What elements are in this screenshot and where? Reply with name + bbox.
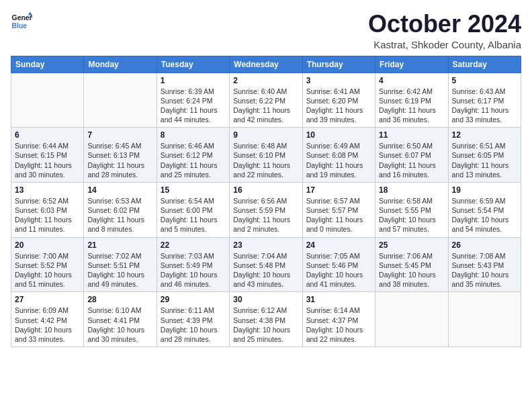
day-info: Sunrise: 6:45 AM Sunset: 6:13 PM Dayligh…	[87, 141, 152, 179]
day-number: 12	[452, 130, 517, 140]
day-number: 30	[233, 295, 298, 304]
day-info: Sunrise: 6:51 AM Sunset: 6:05 PM Dayligh…	[452, 141, 517, 179]
day-number: 1	[161, 76, 226, 85]
day-number: 2	[233, 76, 298, 85]
calendar-cell: 12Sunrise: 6:51 AM Sunset: 6:05 PM Dayli…	[448, 128, 521, 183]
calendar-cell	[375, 292, 448, 347]
day-number: 24	[306, 240, 371, 250]
calendar-cell: 15Sunrise: 6:54 AM Sunset: 6:00 PM Dayli…	[157, 182, 229, 237]
calendar-cell: 20Sunrise: 7:00 AM Sunset: 5:52 PM Dayli…	[11, 237, 84, 292]
day-number: 21	[87, 240, 152, 250]
day-info: Sunrise: 6:43 AM Sunset: 6:17 PM Dayligh…	[452, 87, 517, 125]
calendar-cell: 10Sunrise: 6:49 AM Sunset: 6:08 PM Dayli…	[302, 128, 375, 183]
logo: General Blue General Blue	[11, 11, 32, 32]
day-number: 19	[452, 185, 517, 195]
weekday-header-saturday: Saturday	[448, 56, 521, 73]
calendar-cell: 29Sunrise: 6:11 AM Sunset: 4:39 PM Dayli…	[157, 292, 229, 347]
day-info: Sunrise: 7:03 AM Sunset: 5:49 PM Dayligh…	[161, 251, 226, 289]
weekday-header-monday: Monday	[84, 56, 157, 73]
calendar-cell: 28Sunrise: 6:10 AM Sunset: 4:41 PM Dayli…	[84, 292, 157, 347]
calendar-cell: 17Sunrise: 6:57 AM Sunset: 5:57 PM Dayli…	[302, 182, 375, 237]
day-number: 5	[452, 76, 517, 85]
day-info: Sunrise: 6:39 AM Sunset: 6:24 PM Dayligh…	[161, 87, 226, 125]
calendar-cell: 31Sunrise: 6:14 AM Sunset: 4:37 PM Dayli…	[302, 292, 375, 347]
calendar-cell: 19Sunrise: 6:59 AM Sunset: 5:54 PM Dayli…	[448, 182, 521, 237]
calendar-week-3: 13Sunrise: 6:52 AM Sunset: 6:03 PM Dayli…	[11, 182, 521, 237]
day-number: 11	[379, 130, 444, 140]
day-info: Sunrise: 6:57 AM Sunset: 5:57 PM Dayligh…	[306, 196, 371, 234]
svg-text:Blue: Blue	[12, 22, 28, 30]
calendar-cell: 3Sunrise: 6:41 AM Sunset: 6:20 PM Daylig…	[302, 73, 375, 128]
calendar-cell: 18Sunrise: 6:58 AM Sunset: 5:55 PM Dayli…	[375, 182, 448, 237]
day-info: Sunrise: 6:56 AM Sunset: 5:59 PM Dayligh…	[233, 196, 298, 234]
day-number: 6	[15, 130, 80, 140]
title-block: October 2024 Kastrat, Shkoder County, Al…	[368, 11, 521, 50]
day-info: Sunrise: 6:54 AM Sunset: 6:00 PM Dayligh…	[161, 196, 226, 234]
day-number: 18	[379, 185, 444, 195]
weekday-row: SundayMondayTuesdayWednesdayThursdayFrid…	[11, 56, 521, 73]
calendar-cell: 8Sunrise: 6:46 AM Sunset: 6:12 PM Daylig…	[157, 128, 229, 183]
day-number: 28	[87, 295, 152, 304]
calendar-cell: 14Sunrise: 6:53 AM Sunset: 6:02 PM Dayli…	[84, 182, 157, 237]
day-info: Sunrise: 7:05 AM Sunset: 5:46 PM Dayligh…	[306, 251, 371, 289]
day-number: 15	[161, 185, 226, 195]
day-info: Sunrise: 6:50 AM Sunset: 6:07 PM Dayligh…	[379, 141, 444, 179]
calendar-table: SundayMondayTuesdayWednesdayThursdayFrid…	[11, 56, 521, 347]
calendar-cell: 2Sunrise: 6:40 AM Sunset: 6:22 PM Daylig…	[230, 73, 302, 128]
day-number: 20	[15, 240, 80, 250]
weekday-header-wednesday: Wednesday	[230, 56, 302, 73]
calendar-body: 1Sunrise: 6:39 AM Sunset: 6:24 PM Daylig…	[11, 73, 521, 347]
day-number: 10	[306, 130, 371, 140]
day-info: Sunrise: 6:42 AM Sunset: 6:19 PM Dayligh…	[379, 87, 444, 125]
month-title: October 2024	[368, 11, 521, 38]
weekday-header-tuesday: Tuesday	[157, 56, 229, 73]
day-number: 14	[87, 185, 152, 195]
day-number: 29	[161, 295, 226, 304]
calendar-cell: 7Sunrise: 6:45 AM Sunset: 6:13 PM Daylig…	[84, 128, 157, 183]
day-number: 26	[452, 240, 517, 250]
calendar-cell	[84, 73, 157, 128]
day-number: 16	[233, 185, 298, 195]
day-info: Sunrise: 6:40 AM Sunset: 6:22 PM Dayligh…	[233, 87, 298, 125]
calendar-cell: 23Sunrise: 7:04 AM Sunset: 5:48 PM Dayli…	[230, 237, 302, 292]
day-number: 7	[87, 130, 152, 140]
day-number: 25	[379, 240, 444, 250]
day-number: 23	[233, 240, 298, 250]
day-info: Sunrise: 6:52 AM Sunset: 6:03 PM Dayligh…	[15, 196, 80, 234]
day-info: Sunrise: 6:59 AM Sunset: 5:54 PM Dayligh…	[452, 196, 517, 234]
day-info: Sunrise: 6:44 AM Sunset: 6:15 PM Dayligh…	[15, 141, 80, 179]
calendar-cell: 1Sunrise: 6:39 AM Sunset: 6:24 PM Daylig…	[157, 73, 229, 128]
calendar-cell	[11, 73, 84, 128]
page-header: General Blue General Blue October 2024 K…	[11, 11, 521, 50]
calendar-cell: 9Sunrise: 6:48 AM Sunset: 6:10 PM Daylig…	[230, 128, 302, 183]
calendar-cell: 4Sunrise: 6:42 AM Sunset: 6:19 PM Daylig…	[375, 73, 448, 128]
day-number: 8	[161, 130, 226, 140]
day-info: Sunrise: 7:02 AM Sunset: 5:51 PM Dayligh…	[87, 251, 152, 289]
calendar-cell: 21Sunrise: 7:02 AM Sunset: 5:51 PM Dayli…	[84, 237, 157, 292]
calendar-cell: 6Sunrise: 6:44 AM Sunset: 6:15 PM Daylig…	[11, 128, 84, 183]
calendar-header: SundayMondayTuesdayWednesdayThursdayFrid…	[11, 56, 521, 73]
calendar-cell: 11Sunrise: 6:50 AM Sunset: 6:07 PM Dayli…	[375, 128, 448, 183]
day-info: Sunrise: 6:09 AM Sunset: 4:42 PM Dayligh…	[15, 306, 80, 344]
day-info: Sunrise: 6:46 AM Sunset: 6:12 PM Dayligh…	[161, 141, 226, 179]
day-info: Sunrise: 7:04 AM Sunset: 5:48 PM Dayligh…	[233, 251, 298, 289]
weekday-header-sunday: Sunday	[11, 56, 84, 73]
day-info: Sunrise: 6:10 AM Sunset: 4:41 PM Dayligh…	[87, 306, 152, 344]
day-info: Sunrise: 6:41 AM Sunset: 6:20 PM Dayligh…	[306, 87, 371, 125]
calendar-cell: 16Sunrise: 6:56 AM Sunset: 5:59 PM Dayli…	[230, 182, 302, 237]
day-number: 22	[161, 240, 226, 250]
day-number: 31	[306, 295, 371, 304]
calendar-week-4: 20Sunrise: 7:00 AM Sunset: 5:52 PM Dayli…	[11, 237, 521, 292]
day-info: Sunrise: 6:48 AM Sunset: 6:10 PM Dayligh…	[233, 141, 298, 179]
day-info: Sunrise: 7:06 AM Sunset: 5:45 PM Dayligh…	[379, 251, 444, 289]
day-info: Sunrise: 6:58 AM Sunset: 5:55 PM Dayligh…	[379, 196, 444, 234]
day-info: Sunrise: 6:14 AM Sunset: 4:37 PM Dayligh…	[306, 306, 371, 344]
day-number: 13	[15, 185, 80, 195]
day-info: Sunrise: 6:49 AM Sunset: 6:08 PM Dayligh…	[306, 141, 371, 179]
calendar-cell: 26Sunrise: 7:08 AM Sunset: 5:43 PM Dayli…	[448, 237, 521, 292]
day-number: 9	[233, 130, 298, 140]
day-info: Sunrise: 7:08 AM Sunset: 5:43 PM Dayligh…	[452, 251, 517, 289]
day-number: 3	[306, 76, 371, 85]
day-info: Sunrise: 6:12 AM Sunset: 4:38 PM Dayligh…	[233, 306, 298, 344]
day-number: 4	[379, 76, 444, 85]
